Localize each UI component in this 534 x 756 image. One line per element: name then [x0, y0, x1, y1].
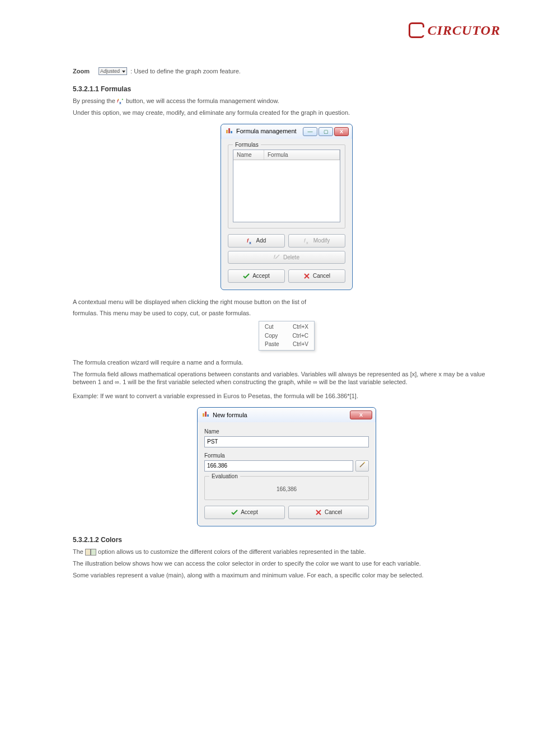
svg-point-3 — [122, 99, 123, 100]
svg-rect-6 — [231, 131, 232, 133]
menu-label: Paste — [265, 340, 279, 348]
add-button[interactable]: fx Add — [228, 234, 285, 248]
brand-logo: CIRCUTOR — [409, 22, 500, 38]
menu-shortcut: Ctrl+C — [292, 332, 308, 340]
svg-rect-4 — [226, 130, 228, 133]
text: By pressing the — [73, 97, 117, 104]
dialog-titlebar: New formula X — [198, 408, 376, 422]
minimize-button[interactable]: — — [303, 127, 317, 136]
app-icon — [202, 410, 210, 420]
brand-mark-icon — [409, 22, 424, 38]
fx-icon: fx — [117, 98, 124, 105]
menu-item-paste[interactable]: PasteCtrl+V — [259, 340, 314, 349]
svg-rect-5 — [228, 128, 230, 133]
text: button, we will access the formula manag… — [126, 97, 279, 104]
button-label: Add — [256, 237, 266, 245]
svg-text:f: f — [274, 254, 276, 260]
fx-delete-icon: f — [274, 254, 280, 260]
maximize-button[interactable]: ▢ — [318, 127, 333, 136]
app-icon — [226, 127, 233, 137]
button-label: Cancel — [325, 508, 342, 516]
groupbox-title: Evaluation — [209, 473, 240, 480]
formulas-listview[interactable]: Name Formula — [233, 150, 340, 223]
zoom-label: Zoom — [73, 67, 95, 76]
groupbox-title: Formulas — [233, 141, 261, 149]
accept-button[interactable]: Accept — [228, 269, 285, 283]
context-note-2: formulas. This menu may be used to copy,… — [73, 309, 500, 318]
formulas-sentence: By pressing the fx button, we will acces… — [73, 97, 500, 105]
formula-label: Formula — [204, 452, 369, 460]
colors-p1: The option allows us to customize the di… — [73, 548, 500, 556]
dialog-title: New formula — [213, 411, 247, 419]
x-icon — [315, 509, 322, 516]
zoom-row: Zoom Adjusted : Used to define the graph… — [73, 67, 500, 76]
button-label: Modify — [313, 237, 330, 245]
menu-shortcut: Ctrl+V — [293, 340, 308, 348]
formula-p2: The formula field allows mathematical op… — [73, 370, 500, 387]
delete-button[interactable]: f Delete — [228, 251, 345, 264]
dialog-title: Formula management — [236, 127, 297, 136]
button-label: Accept — [252, 272, 270, 280]
modify-button[interactable]: fx Modify — [288, 234, 345, 248]
formulas-groupbox: Formulas Name Formula — [228, 144, 345, 229]
menu-label: Cut — [265, 323, 274, 331]
svg-rect-16 — [205, 412, 207, 417]
context-menu: CutCtrl+X CopyCtrl+C PasteCtrl+V — [259, 321, 315, 351]
zoom-desc: : Used to define the graph zoom feature. — [130, 67, 241, 76]
cancel-button[interactable]: Cancel — [288, 269, 345, 283]
formulas-desc: Under this option, we may create, modify… — [73, 109, 500, 117]
name-label: Name — [204, 428, 369, 436]
check-icon — [231, 509, 238, 516]
menu-shortcut: Ctrl+X — [293, 323, 308, 331]
document-body: Zoom Adjusted : Used to define the graph… — [73, 67, 500, 580]
formula-management-dialog: Formula management — ▢ X Formulas Name F… — [221, 124, 353, 290]
formula-p3: Example: If we want to convert a variabl… — [73, 392, 500, 400]
menu-label: Copy — [265, 332, 278, 340]
cancel-button[interactable]: Cancel — [288, 506, 369, 519]
evaluation-groupbox: Evaluation 166,386 — [204, 476, 369, 501]
check-icon — [243, 273, 250, 279]
svg-text:x: x — [306, 241, 308, 244]
svg-text:x: x — [119, 101, 121, 105]
chevron-down-icon — [122, 71, 125, 73]
svg-rect-15 — [203, 413, 204, 417]
column-header-formula[interactable]: Formula — [264, 150, 340, 160]
wand-icon — [359, 461, 366, 470]
svg-line-18 — [360, 463, 364, 467]
dialog-titlebar: Formula management — ▢ X — [221, 124, 352, 139]
formula-wizard-button[interactable] — [355, 460, 369, 472]
zoom-dropdown[interactable]: Adjusted — [99, 67, 127, 75]
button-label: Delete — [283, 254, 299, 262]
color-palette-icon — [85, 549, 96, 556]
svg-point-2 — [118, 99, 119, 100]
brand-name: CIRCUTOR — [428, 23, 500, 38]
column-header-name[interactable]: Name — [233, 150, 264, 160]
colors-p3: Some variables represent a value (main),… — [73, 571, 500, 580]
svg-text:x: x — [249, 241, 251, 244]
fx-modify-icon: fx — [304, 237, 311, 244]
accept-button[interactable]: Accept — [204, 506, 285, 519]
text: option allows us to customize the differ… — [98, 548, 366, 555]
menu-item-cut[interactable]: CutCtrl+X — [259, 323, 314, 332]
close-button[interactable]: X — [350, 410, 372, 419]
evaluation-value: 166,386 — [209, 481, 364, 494]
svg-point-19 — [364, 462, 365, 463]
zoom-dropdown-value: Adjusted — [100, 68, 120, 74]
list-body[interactable] — [233, 160, 340, 222]
text: The — [73, 548, 85, 555]
button-label: Accept — [241, 508, 258, 516]
formula-p1: The formula creation wizard will require… — [73, 358, 500, 367]
svg-rect-17 — [207, 414, 209, 417]
menu-item-copy[interactable]: CopyCtrl+C — [259, 332, 314, 340]
context-note-1: A contextual menu will be displayed when… — [73, 298, 500, 306]
section-heading-formulas: 5.3.2.1.1 Formulas — [73, 85, 500, 94]
button-label: Cancel — [313, 272, 330, 280]
colors-p2: The illustration below shows how we can … — [73, 559, 500, 568]
formula-input[interactable]: 166.386 — [204, 460, 353, 472]
fx-add-icon: fx — [247, 237, 254, 244]
svg-line-12 — [275, 255, 279, 259]
name-input[interactable]: PST — [204, 436, 369, 447]
new-formula-dialog: New formula X Name PST Formula 166.386 E… — [197, 407, 376, 526]
section-heading-colors: 5.3.2.1.2 Colors — [73, 535, 500, 544]
close-button[interactable]: X — [334, 127, 349, 136]
